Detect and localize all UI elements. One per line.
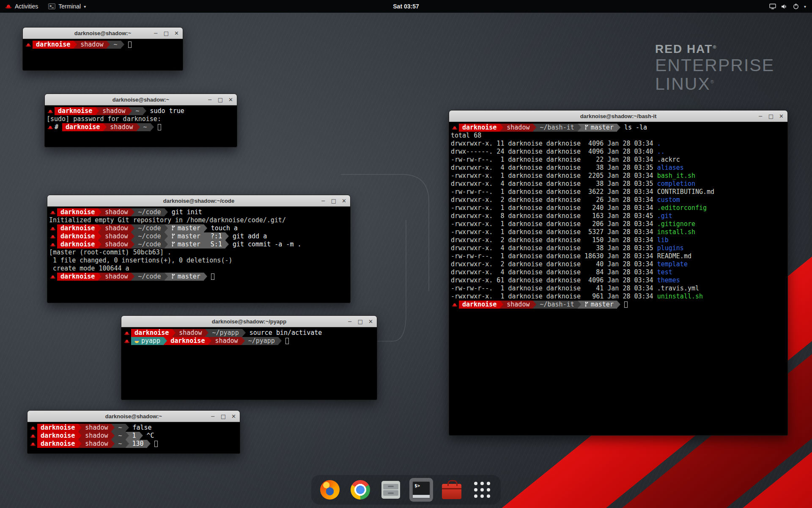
display-icon <box>769 3 776 9</box>
window-titlebar[interactable]: darknoise@shadow:~ − □ ✕ <box>27 411 240 422</box>
prompt-segment-user: darknoise <box>37 440 78 448</box>
activities-button[interactable]: Activities <box>0 0 43 13</box>
powerline-arrow <box>98 208 102 216</box>
prompt-segment-branch: master <box>581 124 617 132</box>
powerline-arrow <box>131 208 134 216</box>
terminal-body[interactable]: darknoiseshadow~/pyappsource bin/activat… <box>121 327 377 400</box>
close-button[interactable]: ✕ <box>779 110 784 122</box>
powerline-arrow <box>111 424 115 432</box>
powerline-arrow <box>98 240 102 248</box>
terminal-line: darknoiseshadow~sudo true <box>47 107 235 115</box>
minimize-button[interactable]: − <box>211 411 215 422</box>
branch-icon <box>584 124 589 132</box>
file-name: .travis.yml <box>657 284 699 292</box>
terminal-line: # darknoiseshadow~ <box>47 123 235 131</box>
terminal-line: -rwxrwxr-x. 1 darknoise darknoise 240 Ja… <box>451 204 786 212</box>
prompt-segment-path: ~/pyapp <box>245 337 278 345</box>
powerline-arrow <box>98 232 102 240</box>
window-titlebar[interactable]: darknoise@shadow:~ − □ ✕ <box>45 94 237 105</box>
app-menu-button[interactable]: >_ Terminal ▾ <box>43 0 91 13</box>
file-details: -rw-rw-r--. 1 darknoise darknoise 22 Jan… <box>451 156 657 163</box>
powerline-arrow <box>129 107 132 115</box>
prompt-segment-user: darknoise <box>57 224 98 232</box>
window-titlebar[interactable]: darknoise@shadow:~/bash-it − □ ✕ <box>449 110 787 122</box>
terminal-line: create mode 100644 a <box>49 265 348 273</box>
red-hat-prompt-icon <box>25 41 33 49</box>
command-text: false <box>133 424 152 431</box>
powerline-arrow <box>205 329 208 337</box>
close-button[interactable]: ✕ <box>342 195 346 207</box>
minimize-button[interactable]: − <box>154 28 158 39</box>
window-title: darknoise@shadow:~/pyapp <box>121 316 377 327</box>
dock <box>311 475 501 505</box>
dock-item-files[interactable] <box>379 478 403 502</box>
terminal-line: darknoiseshadow~/bash-itmasterls -la <box>451 124 786 132</box>
prompt-segment-host: shadow <box>102 273 131 281</box>
red-hat-prompt-icon <box>451 124 459 132</box>
prompt-segment-user: darknoise <box>57 232 98 240</box>
maximize-button[interactable]: □ <box>218 94 223 105</box>
clock[interactable]: Sat 03:57 <box>393 3 419 10</box>
top-bar: Activities >_ Terminal ▾ Sat 03:57 ▾ <box>0 0 812 13</box>
close-button[interactable]: ✕ <box>174 28 179 39</box>
red-hat-prompt-icon <box>49 273 57 281</box>
prompt-segment-path: ~/code <box>134 232 164 240</box>
file-name: install.sh <box>657 228 695 236</box>
dock-item-terminal[interactable] <box>409 478 433 502</box>
terminal-body[interactable]: darknoiseshadow~sudo true[sudo] password… <box>45 105 237 147</box>
powerline-arrow <box>165 208 168 216</box>
prompt-segment-path: ~ <box>132 107 143 115</box>
window-titlebar[interactable]: darknoise@shadow:~/pyapp − □ ✕ <box>121 316 377 327</box>
prompt-segment-host: shadow <box>77 41 107 49</box>
powerline-arrow <box>204 240 207 248</box>
file-details: drwxrwxr-x. 2 darknoise darknoise 26 Jan… <box>451 196 657 204</box>
terminal-body[interactable]: darknoiseshadow~falsedarknoiseshadow~1^C… <box>27 422 240 453</box>
powerline-arrow <box>78 432 82 440</box>
window-titlebar[interactable]: darknoise@shadow:~/code − □ ✕ <box>47 195 350 207</box>
output-text: Initialized empty Git repository in /hom… <box>49 216 286 224</box>
prompt-segment-host: shadow <box>211 337 241 345</box>
dock-item-firefox[interactable] <box>318 478 342 502</box>
prompt-segment-path: ~/bash-it <box>536 124 577 132</box>
file-details: drwxrwxr-x. 2 darknoise darknoise 150 Ja… <box>451 236 657 244</box>
branch-icon <box>171 232 176 240</box>
terminal-line: -rw-rw-r--. 1 darknoise darknoise 41 Jan… <box>451 284 786 293</box>
maximize-button[interactable]: □ <box>331 195 336 207</box>
terminal-line: total 68 <box>451 132 786 140</box>
maximize-button[interactable]: □ <box>768 110 774 122</box>
file-name: template <box>657 260 688 268</box>
window-titlebar[interactable]: darknoise@shadow:~ − □ ✕ <box>23 28 183 39</box>
powerline-arrow <box>204 232 207 240</box>
close-button[interactable]: ✕ <box>231 411 236 422</box>
terminal-line: 1 file changed, 0 insertions(+), 0 delet… <box>49 257 348 265</box>
system-status-area[interactable]: ▾ <box>763 0 812 13</box>
terminal-body[interactable]: darknoiseshadow~/bash-itmasterls -latota… <box>449 122 787 435</box>
minimize-button[interactable]: − <box>758 110 763 122</box>
powerline-arrow <box>98 224 102 232</box>
powerline-arrow <box>96 107 99 115</box>
maximize-button[interactable]: □ <box>221 411 226 422</box>
maximize-button[interactable]: □ <box>358 316 363 327</box>
dock-item-toolbox[interactable] <box>440 478 464 502</box>
prompt-segment-status: 1 <box>129 432 140 440</box>
red-hat-prompt-icon <box>29 432 37 440</box>
close-button[interactable]: ✕ <box>368 316 373 327</box>
file-details: -rwxrwxr-x. 1 darknoise darknoise 206 Ja… <box>451 220 657 228</box>
red-hat-prompt-icon <box>29 440 37 448</box>
minimize-button[interactable]: − <box>208 94 212 105</box>
powerline-arrow <box>165 224 168 232</box>
maximize-button[interactable]: □ <box>164 28 169 39</box>
minimize-button[interactable]: − <box>348 316 352 327</box>
prompt-segment-host: shadow <box>107 123 136 131</box>
terminal-line: darknoiseshadow~/codemastertouch a <box>49 224 348 232</box>
powerline-arrow <box>78 440 82 448</box>
powerline-arrow <box>533 301 536 309</box>
minimize-button[interactable]: − <box>321 195 326 207</box>
terminal-body[interactable]: darknoiseshadow~ <box>23 39 183 70</box>
terminal-cursor <box>154 441 158 447</box>
dock-item-show-apps[interactable] <box>470 478 494 502</box>
dock-item-chrome[interactable] <box>348 478 372 502</box>
terminal-body[interactable]: darknoiseshadow~/codegit initInitialized… <box>47 207 350 303</box>
close-button[interactable]: ✕ <box>228 94 233 105</box>
terminal-line: drwxrwxr-x. 11 darknoise darknoise 4096 … <box>451 140 786 148</box>
